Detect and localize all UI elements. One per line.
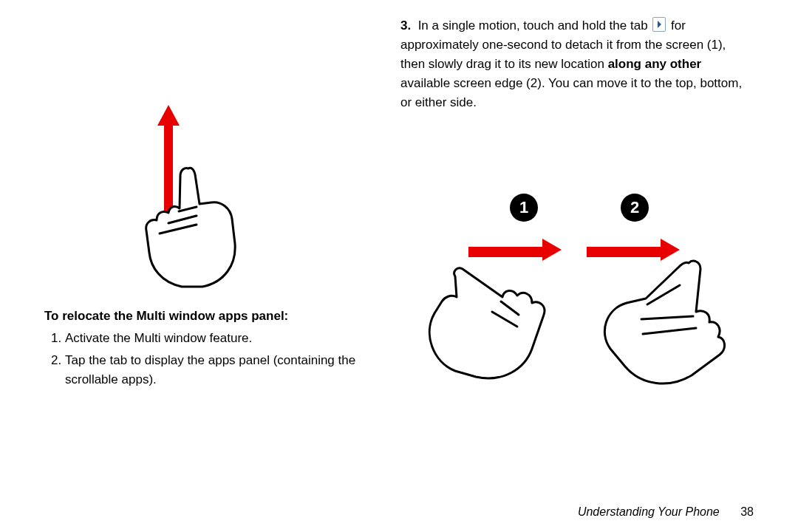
instruction-block: To relocate the Multi window apps panel:… <box>44 308 384 392</box>
two-hands-icon <box>421 245 739 408</box>
right-column: 3. In a single motion, touch and hold th… <box>399 16 754 516</box>
step-1-text: Activate the Multi window feature. <box>65 331 252 345</box>
step-1: Activate the Multi window feature. <box>65 329 384 348</box>
step-2: Tap the tab to display the apps panel (c… <box>65 351 384 389</box>
step-3-emphasis: along any other <box>608 57 702 71</box>
manual-page: To relocate the Multi window apps panel:… <box>0 0 798 532</box>
instruction-heading: To relocate the Multi window apps panel: <box>44 308 384 324</box>
footer-section: Understanding Your Phone <box>578 505 720 518</box>
step-3-suffix: available screen edge (2). You can move … <box>400 76 742 109</box>
left-column: To relocate the Multi window apps panel:… <box>44 16 399 516</box>
step-3-number: 3. <box>400 18 415 33</box>
instruction-steps: Activate the Multi window feature. Tap t… <box>44 329 384 389</box>
callout-2-icon: 2 <box>621 194 649 222</box>
hand-pointing-icon <box>108 157 256 304</box>
tab-handle-icon <box>652 17 666 32</box>
figure-swipe-vertical <box>81 105 273 297</box>
step-3: 3. In a single motion, touch and hold th… <box>400 16 754 112</box>
step-3-prefix: In a single motion, touch and hold the t… <box>418 18 648 33</box>
callout-1-icon: 1 <box>510 194 538 222</box>
footer-page-number: 38 <box>740 505 754 518</box>
page-footer: Understanding Your Phone 38 <box>578 505 754 519</box>
step-2-text: Tap the tab to display the apps panel (c… <box>65 353 355 386</box>
figure-drag-horizontal: 1 2 <box>429 194 739 415</box>
